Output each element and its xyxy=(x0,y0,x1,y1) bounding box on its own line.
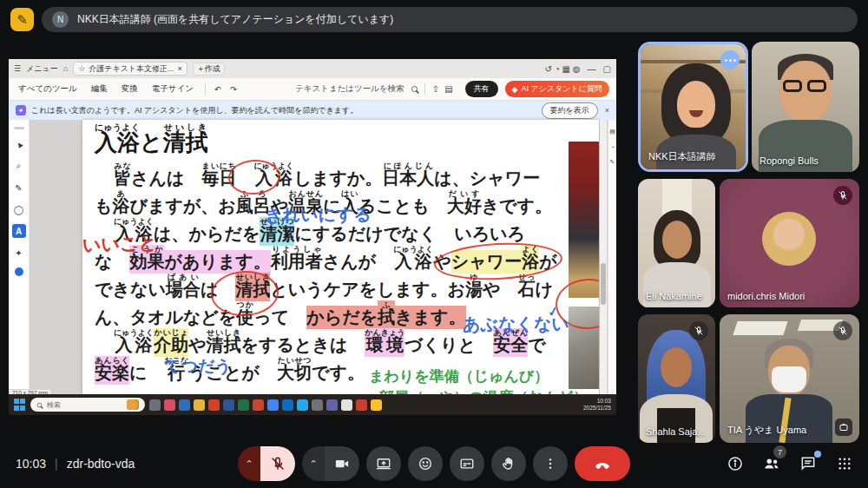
taskbar-app-icon[interactable] xyxy=(297,399,308,411)
more-options-button[interactable] xyxy=(533,446,568,481)
text-segment: づくりと xyxy=(404,333,493,357)
participant-count-badge: 7 xyxy=(773,445,786,458)
taskbar-app-icon[interactable] xyxy=(164,399,175,411)
taskbar-clock[interactable]: 10:03 2025/11/25 xyxy=(583,398,611,412)
present-screen-button[interactable] xyxy=(366,446,401,481)
right-panel-icon[interactable]: ◔ xyxy=(610,144,614,150)
shared-screen: ☰ メニュー ⌂ ☆ 介護テキスト本文修正... × ＋ 作成 ↺ ◔ ▦ ◍ … xyxy=(9,59,616,415)
acrobat-menu-label[interactable]: メニュー xyxy=(26,63,58,75)
minimize-window-icon[interactable]: — xyxy=(588,64,596,74)
right-panel-icon[interactable]: ▤ xyxy=(609,129,615,135)
search-icon[interactable] xyxy=(411,86,418,92)
participant-tile-shahla[interactable]: Shahla Saja... xyxy=(638,314,715,443)
participant-tile-nkk[interactable]: NKK日本語講師 xyxy=(638,42,748,172)
new-tab-button[interactable]: ＋ 作成 xyxy=(193,63,225,76)
taskbar-app-icon[interactable] xyxy=(238,399,249,411)
google-meet-window: ✎ N NKK日本語講師 (画面を共有してアノテーションを付加しています) ☰ … xyxy=(0,0,868,488)
acrobat-tool-rail: ▲⌕✎◯ A ✦ xyxy=(9,120,30,394)
text-segment: 利用者りようしゃ xyxy=(271,245,323,274)
text-segment: で xyxy=(528,333,545,357)
taskbar-app-icon[interactable] xyxy=(312,399,323,411)
text-segment: さんは xyxy=(131,167,201,190)
taskbar-app-icon[interactable] xyxy=(267,399,279,411)
esign-menu[interactable]: 電子サイン xyxy=(149,82,196,96)
taskbar-app-icon[interactable] xyxy=(356,399,367,411)
search-tools-label[interactable]: テキストまたはツールを検索 xyxy=(295,83,404,95)
taskbar-app-icon[interactable] xyxy=(149,399,161,411)
search-icon xyxy=(37,402,43,407)
pen-tool[interactable]: ✎ xyxy=(12,181,26,195)
annotation-color-swatch[interactable] xyxy=(15,267,23,276)
participant-name: Eli Nakamine xyxy=(646,291,702,301)
meeting-info-button[interactable] xyxy=(724,452,746,475)
taskbar-app-icon[interactable] xyxy=(179,399,190,411)
right-panel-icon[interactable]: ✎ xyxy=(610,159,615,166)
convert-menu[interactable]: 変換 xyxy=(119,82,141,96)
participant-tile-ropongi[interactable]: Ropongi Bulls xyxy=(752,42,859,172)
text-segment: というケアをします。お xyxy=(270,278,465,301)
taskbar-app-icon[interactable] xyxy=(341,399,352,411)
chat-button[interactable] xyxy=(797,452,819,475)
taskbar-app-icon[interactable] xyxy=(371,399,382,411)
lasso-tool[interactable]: ◯ xyxy=(12,202,26,216)
hamburger-menu-icon[interactable]: ☰ xyxy=(14,64,21,73)
all-tools-menu[interactable]: すべてのツール xyxy=(16,82,80,96)
taskbar-app-icon[interactable] xyxy=(253,399,264,411)
text-segment: 大好だいす xyxy=(447,189,482,218)
text-segment: さんが xyxy=(323,250,393,274)
taskbar-app-icon[interactable] xyxy=(223,399,234,411)
taskbar-search-box[interactable]: 検索 xyxy=(30,398,145,412)
participant-tile-midori[interactable]: midori.chris Midori xyxy=(720,179,859,307)
star-icon[interactable]: ☆ xyxy=(78,64,85,73)
text-highlight-tool-selected[interactable]: A xyxy=(12,224,26,238)
close-banner-icon[interactable]: × xyxy=(605,106,609,115)
taskbar-time: 10:03 xyxy=(583,398,611,405)
mic-options-chevron[interactable]: ⌃ xyxy=(238,446,260,481)
mic-mute-button[interactable] xyxy=(260,446,295,481)
activities-grid-button[interactable] xyxy=(833,452,856,475)
participant-tile-tia[interactable]: TIA うやま Uyama xyxy=(720,314,859,443)
text-segment: きです。 xyxy=(482,195,552,218)
document-tab[interactable]: ☆ 介護テキスト本文修正... × xyxy=(73,62,187,76)
participant-tile-eli[interactable]: Eli Nakamine xyxy=(638,179,715,307)
participant-video xyxy=(752,42,859,172)
share-button[interactable]: 共有 xyxy=(465,81,498,97)
edit-menu[interactable]: 編集 xyxy=(89,82,110,96)
face-mask xyxy=(772,366,806,392)
rail-handle[interactable] xyxy=(14,127,24,129)
emoji-reaction-button[interactable] xyxy=(408,446,443,481)
taskbar-app-icon[interactable] xyxy=(282,399,293,411)
presenter-banner-text: NKK日本語講師 (画面を共有してアノテーションを付加しています) xyxy=(77,12,393,27)
camera-options-chevron[interactable]: ⌃ xyxy=(302,446,325,481)
annotation-tool-button[interactable]: ✎ xyxy=(10,8,34,31)
select-tool[interactable]: ▲ xyxy=(9,135,28,154)
taskbar-search-label: 検索 xyxy=(47,400,61,410)
taskbar-app-icon[interactable] xyxy=(326,399,338,411)
tile-options-button[interactable] xyxy=(720,50,740,69)
undo-icon[interactable]: ↶ xyxy=(214,84,221,94)
camera-control-group: ⌃ xyxy=(302,446,359,481)
people-button[interactable]: 7 xyxy=(760,452,783,475)
windows-start-button[interactable] xyxy=(14,399,26,411)
end-call-button[interactable] xyxy=(575,446,630,481)
stamp-tool[interactable]: ✦ xyxy=(12,246,26,260)
text-segment: 清拭せいしき xyxy=(163,123,208,158)
document-scrollbar[interactable] xyxy=(600,120,607,394)
home-icon[interactable]: ⌂ xyxy=(63,64,68,73)
text-segment: も xyxy=(95,195,112,218)
camera-switch-icon[interactable] xyxy=(835,419,852,436)
text-segment: です。 xyxy=(312,361,365,385)
maximize-window-icon[interactable]: ▢ xyxy=(603,64,611,74)
camera-toggle-button[interactable] xyxy=(325,446,359,481)
scrollbar-thumb[interactable] xyxy=(601,263,606,305)
close-tab-icon[interactable]: × xyxy=(178,64,182,73)
taskbar-app-icon[interactable] xyxy=(208,399,220,411)
ai-assistant-button[interactable]: ◆ AI アシスタントに質問 xyxy=(505,81,609,97)
zoom-tool[interactable]: ⌕ xyxy=(12,159,26,173)
redo-icon[interactable]: ↷ xyxy=(230,84,237,94)
captions-button[interactable] xyxy=(450,446,484,481)
taskbar-app-icon[interactable] xyxy=(194,399,205,411)
raise-hand-button[interactable] xyxy=(491,446,526,481)
show-summary-button[interactable]: 要約を表示 xyxy=(542,102,598,119)
text-segment: びますが、お xyxy=(129,195,235,218)
